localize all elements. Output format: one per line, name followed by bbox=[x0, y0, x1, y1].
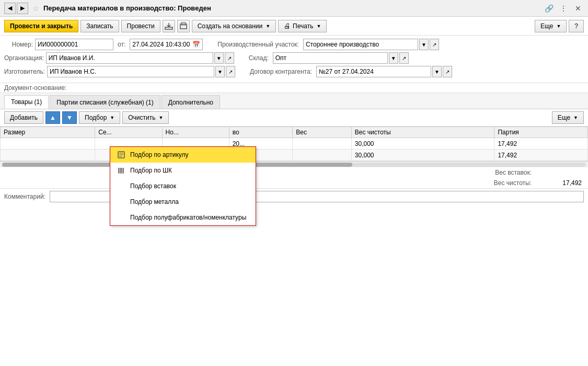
col-vo: во bbox=[229, 127, 293, 138]
form-area: Номер: ИИ000000001 от: 27.04.2024 10:43:… bbox=[0, 36, 588, 83]
cell-ves-chist2: 17,492 bbox=[494, 138, 588, 150]
dogovor-dropdown-btn[interactable]: ▼ bbox=[432, 66, 442, 77]
doc-osnov-row: Документ-основание: bbox=[0, 83, 588, 93]
dropdown-polufarb-label: Подбор полуфабрикатов/номенклатуры bbox=[130, 214, 246, 221]
col-ves-chist: Вес чистоты bbox=[351, 127, 494, 138]
link-icon[interactable]: 🔗 bbox=[543, 3, 555, 14]
dropdown-item-polufarb[interactable]: Подбор полуфабрикатов/номенклатуры bbox=[110, 210, 256, 225]
dogovor-open-btn[interactable]: ↗ bbox=[443, 66, 452, 77]
total-razmer bbox=[1, 150, 95, 161]
sklad-field[interactable]: Опт bbox=[273, 52, 388, 64]
col-ves: Вес bbox=[293, 127, 352, 138]
scrollbar-track bbox=[2, 163, 586, 167]
svg-rect-10 bbox=[122, 168, 123, 173]
dogovor-label: Договор контрагента: bbox=[250, 68, 314, 75]
prod-uchastok-dropdown-btn[interactable]: ▼ bbox=[419, 39, 429, 50]
org-field[interactable]: ИП Иванов И.И. bbox=[46, 52, 213, 64]
tab-goods[interactable]: Товары (1) bbox=[4, 95, 49, 109]
dropdown-item-vstavok[interactable]: Подбор вставок bbox=[110, 178, 256, 194]
col-se: Се... bbox=[95, 127, 162, 138]
article-icon bbox=[117, 150, 126, 159]
cell-ves-chist: 30,000 bbox=[351, 138, 494, 150]
dropdown-vstavok-label: Подбор вставок bbox=[130, 182, 176, 190]
sklad-dropdown-btn[interactable]: ▼ bbox=[389, 52, 398, 64]
ves-vstavok-value bbox=[540, 169, 582, 176]
star-icon[interactable]: ☆ bbox=[32, 4, 39, 13]
col-no: Но... bbox=[162, 127, 229, 138]
comment-label: Комментарий: bbox=[4, 193, 45, 200]
total-ves-chist2: 17,492 bbox=[494, 150, 588, 161]
prod-uchastok-open-btn[interactable]: ↗ bbox=[430, 39, 439, 50]
print-button[interactable]: 🖨 Печать ▼ bbox=[278, 20, 327, 32]
from-label: от: bbox=[118, 41, 128, 48]
select-button[interactable]: Подбор ▼ bbox=[79, 111, 120, 124]
doc-osnov-label: Документ-основание: bbox=[4, 84, 66, 92]
dropdown-item-article[interactable]: Подбор по артикулу bbox=[110, 147, 256, 163]
col-razmer: Размер bbox=[1, 127, 95, 138]
org-open-btn[interactable]: ↗ bbox=[225, 52, 234, 64]
dogovor-field[interactable]: №27 от 27.04.2024 bbox=[316, 66, 431, 77]
select-dropdown-menu: Подбор по артикулу Подбор по ШК Подбор в… bbox=[110, 146, 256, 226]
maker-label: Изготовитель: bbox=[4, 68, 45, 75]
help-button[interactable]: ? bbox=[569, 20, 584, 32]
org-group: ИП Иванов И.И. ▼ ↗ bbox=[46, 52, 234, 64]
add-button[interactable]: Добавить bbox=[4, 111, 43, 124]
svg-rect-8 bbox=[120, 168, 120, 173]
post-and-close-button[interactable]: Провести и закрыть bbox=[4, 20, 78, 32]
table-section: Размер Се... Но... во Вес Вес чистоты Па… bbox=[0, 127, 588, 161]
clear-button[interactable]: Очистить ▼ bbox=[122, 111, 169, 124]
maker-open-btn[interactable]: ↗ bbox=[226, 66, 235, 77]
nav-back-button[interactable]: ◀ bbox=[4, 3, 16, 14]
cell-ves bbox=[293, 138, 352, 150]
close-icon[interactable]: ✕ bbox=[572, 3, 584, 14]
prod-uchastok-field[interactable]: Стороннее производство bbox=[303, 39, 418, 50]
table-more-button[interactable]: Еще ▼ bbox=[552, 111, 584, 124]
dropdown-article-label: Подбор по артикулу bbox=[130, 151, 189, 158]
more-arrow-icon: ▼ bbox=[556, 24, 561, 29]
maker-group: ИП Иванов Н.С. ▼ ↗ bbox=[47, 66, 235, 77]
dropdown-item-metall[interactable]: Подбор металла bbox=[110, 194, 256, 210]
table-row[interactable]: 20... 30,000 17,492 bbox=[1, 138, 588, 150]
more-button[interactable]: Еще ▼ bbox=[535, 20, 567, 32]
create-base-arrow-icon: ▼ bbox=[266, 24, 270, 29]
title-bar: ◀ ▶ ☆ Передача материалов в производство… bbox=[0, 0, 588, 17]
dropdown-item-barcode[interactable]: Подбор по ШК bbox=[110, 163, 256, 178]
create-base-button[interactable]: Создать на основании ▼ bbox=[192, 20, 276, 32]
prod-uchastok-group: Стороннее производство ▼ ↗ bbox=[303, 39, 439, 50]
upload-icon bbox=[165, 22, 173, 30]
ves-chistoty-value: 17,492 bbox=[540, 179, 582, 187]
move-down-button[interactable]: ▼ bbox=[62, 111, 77, 124]
date-field[interactable]: 27.04.2024 10:43:00 📅 bbox=[130, 39, 203, 50]
horizontal-scrollbar[interactable] bbox=[0, 161, 588, 167]
polufarb-icon bbox=[117, 213, 126, 222]
upload-button[interactable] bbox=[163, 20, 175, 32]
clear-arrow-icon: ▼ bbox=[158, 115, 163, 120]
org-row: Организация: ИП Иванов И.И. ▼ ↗ Склад: О… bbox=[4, 52, 584, 64]
total-row: 30,000 17,492 bbox=[1, 150, 588, 161]
nav-forward-button[interactable]: ▶ bbox=[17, 3, 28, 14]
col-partia: Партия bbox=[494, 127, 588, 138]
calendar-icon[interactable]: 📅 bbox=[192, 41, 200, 48]
tab-additional[interactable]: Дополнительно bbox=[162, 95, 220, 109]
ves-chistoty-row: Вес чистоты: 17,492 bbox=[0, 178, 588, 188]
save-button[interactable]: Записать bbox=[80, 20, 119, 32]
move-up-button[interactable]: ▲ bbox=[45, 111, 60, 124]
number-field[interactable]: ИИ000000001 bbox=[35, 39, 113, 50]
ves-chistoty-label: Вес чистоты: bbox=[494, 179, 532, 187]
select-arrow-icon: ▼ bbox=[110, 115, 114, 120]
maker-field[interactable]: ИП Иванов Н.С. bbox=[47, 66, 214, 77]
main-toolbar: Провести и закрыть Записать Провести Соз… bbox=[0, 17, 588, 36]
tab-partii[interactable]: Партии списания (служебная) (1) bbox=[50, 95, 160, 109]
sklad-open-btn[interactable]: ↗ bbox=[399, 52, 409, 64]
maker-row: Изготовитель: ИП Иванов Н.С. ▼ ↗ Договор… bbox=[4, 66, 584, 77]
window-title: Передача материалов в производство: Пров… bbox=[43, 4, 543, 12]
print-preview-button[interactable] bbox=[177, 20, 190, 32]
table-container[interactable]: Размер Се... Но... во Вес Вес чистоты Па… bbox=[0, 127, 588, 161]
printer-icon: 🖨 bbox=[284, 22, 291, 30]
org-dropdown-btn[interactable]: ▼ bbox=[214, 52, 224, 64]
maker-dropdown-btn[interactable]: ▼ bbox=[215, 66, 225, 77]
print-preview-icon bbox=[179, 22, 188, 30]
number-row: Номер: ИИ000000001 от: 27.04.2024 10:43:… bbox=[4, 39, 584, 50]
more-icon[interactable]: ⋮ bbox=[558, 3, 569, 14]
post-button[interactable]: Провести bbox=[121, 20, 160, 32]
